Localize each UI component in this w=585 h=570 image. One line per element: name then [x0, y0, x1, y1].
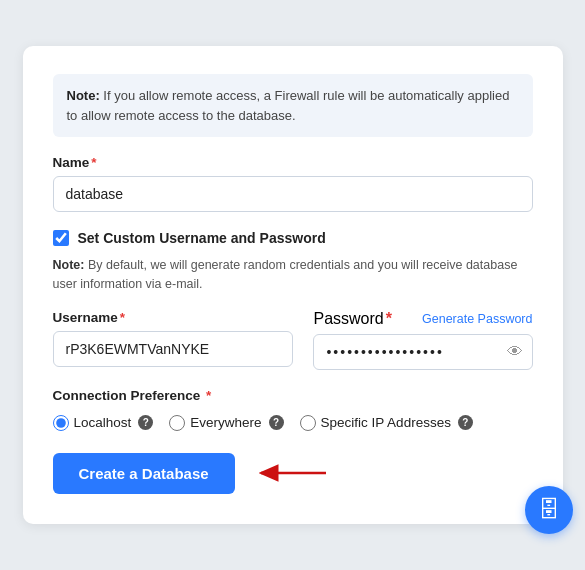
radio-option-everywhere: Everywhere ? — [169, 415, 283, 431]
radio-specific-ip-label[interactable]: Specific IP Addresses — [321, 415, 451, 430]
everywhere-help-icon[interactable]: ? — [269, 415, 284, 430]
radio-localhost[interactable] — [53, 415, 69, 431]
password-label-row: Password* Generate Password — [313, 310, 532, 328]
create-database-button[interactable]: Create a Database — [53, 453, 235, 494]
radio-option-localhost: Localhost ? — [53, 415, 154, 431]
note-box: Note: If you allow remote access, a Fire… — [53, 74, 533, 137]
arrow-icon — [251, 458, 331, 488]
username-col: Username* — [53, 310, 294, 388]
password-col: Password* Generate Password 👁 — [313, 310, 532, 388]
username-label: Username* — [53, 310, 294, 325]
password-input[interactable] — [313, 334, 532, 370]
username-input[interactable] — [53, 331, 294, 367]
note-prefix: Note: — [67, 88, 100, 103]
fab-icon: 🗄 — [538, 497, 560, 523]
connection-preference-section: Connection Preference * Localhost ? Ever… — [53, 388, 533, 431]
custom-credentials-label: Set Custom Username and Password — [78, 230, 326, 246]
specific-ip-help-icon[interactable]: ? — [458, 415, 473, 430]
name-label: Name* — [53, 155, 533, 170]
main-card: Note: If you allow remote access, a Fire… — [23, 46, 563, 524]
generate-password-link[interactable]: Generate Password — [422, 312, 532, 326]
credentials-note-text: By default, we will generate random cred… — [53, 258, 518, 291]
username-password-row: Username* Password* Generate Password 👁 — [53, 310, 533, 388]
note-text: If you allow remote access, a Firewall r… — [67, 88, 510, 123]
radio-everywhere-label[interactable]: Everywhere — [190, 415, 261, 430]
create-button-area: Create a Database — [53, 453, 533, 494]
fab-button[interactable]: 🗄 — [525, 486, 573, 534]
connection-radio-group: Localhost ? Everywhere ? Specific IP Add… — [53, 415, 533, 431]
custom-credentials-row: Set Custom Username and Password — [53, 230, 533, 246]
radio-specific-ip[interactable] — [300, 415, 316, 431]
custom-credentials-checkbox[interactable] — [53, 230, 69, 246]
password-label: Password* — [313, 310, 391, 328]
credentials-note: Note: By default, we will generate rando… — [53, 256, 533, 294]
radio-localhost-label[interactable]: Localhost — [74, 415, 132, 430]
name-input[interactable] — [53, 176, 533, 212]
show-password-icon[interactable]: 👁 — [507, 343, 523, 361]
localhost-help-icon[interactable]: ? — [138, 415, 153, 430]
radio-everywhere[interactable] — [169, 415, 185, 431]
password-wrapper: 👁 — [313, 334, 532, 370]
connection-preference-label: Connection Preference * — [53, 388, 533, 403]
credentials-note-prefix: Note: — [53, 258, 85, 272]
radio-option-specific-ip: Specific IP Addresses ? — [300, 415, 473, 431]
